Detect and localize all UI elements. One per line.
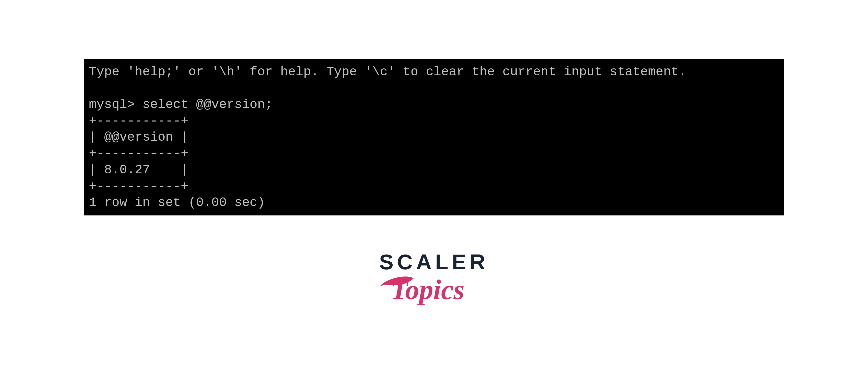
terminal-line: +-----------+ [89,146,188,161]
terminal-line: mysql> select @@version; [89,97,273,112]
terminal-line: | 8.0.27 | [89,163,188,177]
terminal-line: Type 'help;' or '\h' for help. Type '\c'… [89,65,686,79]
logo-topics-text: Topics [375,271,493,313]
terminal-line: +-----------+ [89,179,188,193]
terminal-window[interactable]: Type 'help;' or '\h' for help. Type '\c'… [84,59,784,216]
logo-scaler-text: SCALER [379,251,489,272]
terminal-line: +-----------+ [89,114,188,128]
terminal-line: 1 row in set (0.00 sec) [89,195,265,210]
scaler-topics-logo: SCALER Topics [375,251,493,313]
svg-text:Topics: Topics [391,274,464,305]
terminal-line: | @@version | [89,130,188,144]
